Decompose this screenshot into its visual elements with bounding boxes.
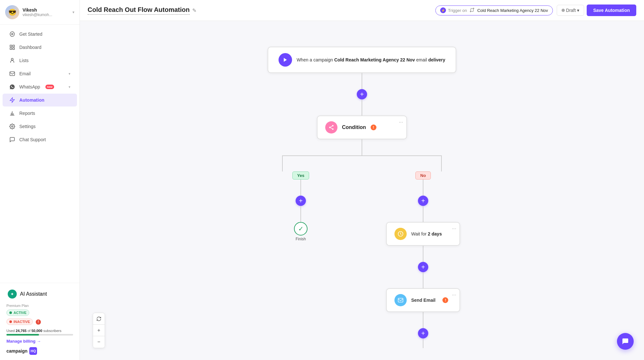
svg-point-11 [332, 128, 334, 130]
page-title: Cold Reach Out Flow Automation [88, 6, 190, 15]
edit-title-icon[interactable]: ✎ [192, 7, 196, 14]
trigger-text-prefix: When a campaign [297, 57, 333, 62]
svg-rect-6 [10, 72, 15, 76]
send-email-alert-icon: ! [442, 297, 448, 303]
trigger-separator [469, 7, 475, 14]
branch-right-vertical [441, 155, 442, 171]
flow-layout: When a campaign Cold Reach Marketing Age… [93, 34, 631, 348]
send-email-more-icon[interactable]: ··· [452, 292, 456, 298]
condition-label: Condition [342, 125, 366, 130]
add-yes-step-button[interactable]: + [296, 196, 306, 206]
main-content: Cold Reach Out Flow Automation ✎ ⚡ Trigg… [80, 0, 644, 360]
sidebar-item-whatsapp[interactable]: WhatsApp new ▾ [3, 80, 77, 93]
svg-point-9 [332, 125, 334, 127]
sidebar-item-get-started[interactable]: Get Started [3, 28, 77, 41]
draft-label: Draft [566, 8, 576, 13]
trigger-lightning-icon: ⚡ [440, 7, 446, 13]
condition-node[interactable]: Condition ! ··· [317, 115, 407, 139]
email-status-badge: ACTIVE [6, 309, 29, 316]
yes-connector [300, 180, 301, 196]
yes-label: Yes [292, 171, 309, 180]
plan-section: Premium Plan ACTIVE INACTIVE ! Used 24,7… [5, 304, 74, 344]
no-label: No [415, 171, 431, 180]
sidebar-item-reports[interactable]: Reports [3, 107, 77, 120]
finish-label: Finish [296, 237, 306, 241]
email-icon [9, 70, 15, 77]
finish-node: ✓ Finish [294, 222, 308, 241]
trigger-play-icon [279, 53, 292, 67]
whatsapp-status-label: INACTIVE [14, 320, 30, 324]
condition-more-icon[interactable]: ··· [399, 119, 403, 125]
finish-check-icon: ✓ [294, 222, 308, 235]
profile-email: vikesh@kumoh... [23, 13, 69, 17]
flow-inner: When a campaign Cold Reach Marketing Age… [80, 21, 644, 360]
add-step-button-1[interactable]: + [357, 89, 367, 99]
automation-icon [9, 97, 15, 103]
draft-dot-icon [562, 9, 565, 12]
chevron-down-icon: ▾ [69, 72, 71, 76]
zoom-in-button[interactable]: + [93, 325, 105, 336]
no-connector [423, 180, 423, 196]
zoom-controls: + − [93, 313, 105, 348]
avatar: 😎 [5, 5, 19, 19]
sidebar-item-lists[interactable]: Lists [3, 54, 77, 67]
whatsapp-status-badge: INACTIVE [6, 318, 33, 325]
profile-info: Vikesh vikesh@kumoh... [23, 7, 69, 17]
send-email-node[interactable]: Send Email ! ··· [386, 288, 460, 312]
sidebar-item-label: Email [19, 71, 31, 76]
yes-branch: Yes + ✓ Finish [256, 171, 346, 241]
draft-button[interactable]: Draft ▾ [557, 5, 584, 16]
sidebar-item-chat-support[interactable]: Chat Support [3, 133, 77, 146]
add-no-step-button[interactable]: + [418, 196, 428, 206]
manage-billing-link[interactable]: Manage billing → [6, 339, 41, 344]
svg-rect-1 [10, 45, 12, 47]
save-automation-button[interactable]: Save Automation [587, 5, 636, 16]
sidebar-item-automation[interactable]: Automation [3, 94, 77, 106]
branch-horizontal-line [282, 155, 442, 156]
avatar-image: 😎 [5, 5, 19, 19]
chat-support-bubble[interactable] [617, 333, 634, 350]
profile-chevron-icon[interactable]: ▾ [72, 10, 74, 14]
add-after-email-button[interactable]: + [418, 328, 428, 338]
profile-section[interactable]: 😎 Vikesh vikesh@kumoh... ▾ [0, 0, 80, 25]
wait-more-icon[interactable]: ··· [452, 226, 456, 232]
grid-icon [9, 44, 15, 51]
svg-rect-13 [398, 298, 403, 302]
ai-icon: ✦ [8, 290, 17, 299]
sidebar-item-settings[interactable]: Settings [3, 120, 77, 133]
condition-share-icon [325, 121, 337, 134]
inactive-dot [9, 320, 12, 323]
trigger-pill[interactable]: ⚡ Trigger on Cold Reach Marketing Agency… [435, 5, 553, 15]
trigger-on-label: Trigger on [448, 8, 467, 13]
trigger-campaign-bold: Cold Reach Marketing Agency 22 Nov [334, 57, 415, 62]
refresh-button[interactable] [93, 313, 105, 325]
svg-marker-8 [284, 58, 287, 62]
used-subscribers: 24,765 [16, 329, 27, 333]
progress-bar-fill [6, 334, 39, 336]
inactive-alert-badge: ! [36, 319, 41, 325]
sidebar-item-dashboard[interactable]: Dashboard [3, 41, 77, 54]
rocket-icon [9, 31, 15, 37]
gear-icon [9, 123, 15, 130]
send-email-envelope-icon [394, 294, 407, 306]
flow-canvas[interactable]: When a campaign Cold Reach Marketing Age… [80, 21, 644, 360]
no-connector-2 [423, 206, 423, 222]
ai-assistant-item[interactable]: ✦ AI Assistant [5, 287, 74, 301]
draft-chevron-icon: ▾ [577, 8, 579, 13]
sidebar-nav: Get Started Dashboard Lists Email ▾ [0, 25, 80, 283]
sidebar: 😎 Vikesh vikesh@kumoh... ▾ Get Started D… [0, 0, 80, 360]
subscriber-info: Used 24,765 of 50,000 subscribers [6, 329, 73, 333]
zoom-out-button[interactable]: − [93, 336, 105, 348]
trigger-node[interactable]: When a campaign Cold Reach Marketing Age… [268, 47, 456, 73]
plan-label: Premium Plan [6, 304, 73, 308]
sidebar-item-email[interactable]: Email ▾ [3, 67, 77, 80]
send-email-label: Send Email [411, 298, 435, 303]
svg-point-7 [12, 126, 13, 127]
svg-rect-4 [13, 48, 14, 50]
connector-line-1 [362, 73, 362, 89]
active-dot [9, 311, 12, 314]
wait-node[interactable]: Wait for 2 days ··· [386, 222, 460, 246]
profile-name: Vikesh [23, 7, 69, 13]
add-after-wait-button[interactable]: + [418, 262, 428, 272]
topbar-actions: Draft ▾ Save Automation [557, 5, 636, 16]
